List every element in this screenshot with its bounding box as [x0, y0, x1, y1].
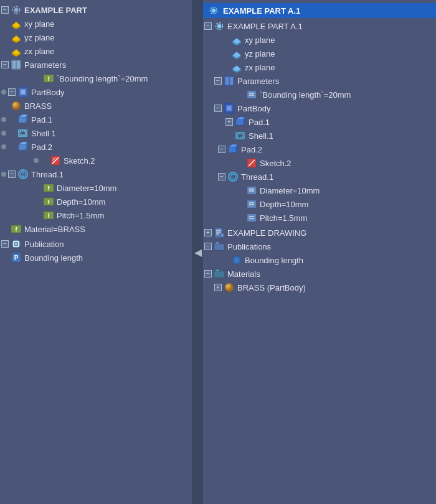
tree-item-material[interactable]: f Material=BRASS [0, 222, 192, 236]
tree-item-r-bounding[interactable]: `Bounding length`=20mm [203, 88, 436, 101]
svg-rect-10 [17, 61, 20, 68]
gear-icon [11, 4, 22, 16]
expander-r-pad1[interactable]: + [225, 118, 233, 126]
partbody-label: PartBody [31, 88, 64, 97]
svg-point-0 [14, 8, 19, 12]
svg-rect-57 [247, 91, 256, 98]
tree-item-r-drawing[interactable]: + EXAMPLE DRAWING [203, 226, 436, 240]
tree-item-params[interactable]: − Parameters [0, 58, 192, 72]
expander-r-root[interactable]: − [204, 22, 212, 30]
tree-item-r-yz[interactable]: yz plane [203, 47, 436, 60]
pitch-icon: f [43, 210, 54, 221]
tree-item-depth[interactable]: f Depth=10mm [0, 195, 192, 208]
tree-item-r-diameter[interactable]: Diameter=10mm [203, 184, 436, 197]
tree-item-r-partbody[interactable]: − PartBody [203, 101, 436, 115]
r-pub-item-icon [231, 254, 242, 266]
pad1-icon [17, 114, 29, 125]
yz-plane-label: yz plane [24, 33, 54, 42]
sketch2-icon [50, 155, 61, 166]
param-value-icon: f [43, 73, 54, 84]
tree-item-diameter[interactable]: f Diameter=10mm [0, 181, 192, 195]
tree-item-r-pad1[interactable]: + Pad.1 [203, 115, 436, 129]
svg-text:P: P [14, 254, 19, 261]
tree-item-r-shell1[interactable]: Shell.1 [203, 129, 436, 142]
tree-item-r-brass-part[interactable]: + BRASS (PartBody) [203, 281, 436, 294]
tree-item-pad1[interactable]: Pad.1 [0, 113, 192, 126]
tree-item-bounding-pub[interactable]: P Bounding length [0, 251, 192, 264]
tree-item-pitch[interactable]: f Pitch=1.5mm [0, 208, 192, 222]
expander-r-pad2[interactable]: − [218, 146, 225, 153]
expander-partbody[interactable]: − [8, 88, 16, 96]
r-params-label: Parameters [237, 77, 279, 86]
expander-thread1[interactable]: − [8, 170, 16, 178]
tree-item-r-sketch2[interactable]: Sketch.2 [203, 156, 436, 170]
partbody-dot [1, 90, 6, 95]
r-materials-label: Materials [227, 269, 260, 279]
r-shell1-label: Shell.1 [249, 131, 273, 141]
expander-r-partbody[interactable]: − [214, 105, 222, 112]
svg-rect-63 [236, 119, 244, 125]
tree-item-publication[interactable]: − Publication [0, 237, 192, 251]
svg-point-44 [212, 9, 216, 13]
tree-item-thread1[interactable]: − Thread.1 [0, 167, 192, 181]
tree-item-xy[interactable]: xy plane [0, 17, 192, 30]
tree-item-pad2[interactable]: Pad.2 [0, 140, 192, 154]
tree-item-partbody[interactable]: − PartBody [0, 85, 192, 99]
tree-item-r-params[interactable]: − Parameters [203, 74, 436, 88]
expander-root[interactable]: − [1, 6, 9, 14]
expander-r-params[interactable]: − [214, 77, 222, 85]
material-label: Material=BRASS [24, 225, 85, 234]
expander-r-drawing[interactable]: + [204, 229, 212, 236]
bounding-label: `Bounding length`=20mm [57, 74, 148, 83]
tree-item-r-bounding-pub[interactable]: Bounding length [203, 253, 436, 267]
panel-divider[interactable]: ◀ [193, 0, 203, 504]
expander-r-publications[interactable]: − [204, 243, 212, 250]
svg-rect-67 [237, 134, 243, 138]
tree-item-shell1[interactable]: Shell 1 [0, 126, 192, 140]
tree-item-zx[interactable]: zx plane [0, 44, 192, 58]
tree-item-r-xy[interactable]: xy plane [203, 33, 436, 47]
expander-params[interactable]: − [1, 61, 9, 68]
params-label: Parameters [24, 60, 66, 70]
tree-item-r-zx[interactable]: zx plane [203, 60, 436, 74]
r-pad1-icon [235, 116, 246, 128]
r-param-value-icon [246, 89, 257, 100]
r-bounding-label: `Bounding length`=20mm [260, 90, 351, 100]
pad1-label: Pad.1 [31, 115, 52, 124]
expander-r-brass-part[interactable]: + [214, 284, 222, 291]
tree-item-r-pad2[interactable]: − Pad.2 [203, 142, 436, 156]
r-gear-icon [214, 21, 225, 32]
expander-r-thread1[interactable]: − [218, 173, 225, 180]
tree-item-r-publications[interactable]: − Publications [203, 240, 436, 253]
collapse-arrow: ◀ [194, 246, 202, 258]
tree-item-r-depth[interactable]: Depth=10mm [203, 197, 436, 211]
params-icon [11, 59, 22, 70]
tree-item-brass[interactable]: BRASS [0, 99, 192, 113]
expander-publication[interactable]: − [1, 240, 9, 248]
pitch-label: Pitch=1.5mm [57, 211, 104, 220]
diameter-label: Diameter=10mm [57, 184, 116, 193]
zx-plane-icon [11, 45, 22, 57]
right-panel-header: EXAMPLE PART A.1 [203, 3, 436, 18]
expander-r-materials[interactable]: − [204, 270, 212, 278]
publication-icon [11, 238, 22, 250]
r-partbody-label: PartBody [237, 104, 270, 113]
tree-item-root[interactable]: − EXAMPLE PART [0, 3, 192, 17]
svg-point-91 [225, 283, 234, 292]
shell1-icon [17, 128, 29, 139]
r-sketch2-icon [246, 157, 257, 169]
sketch2-label: Sketch.2 [64, 156, 95, 166]
tree-item-r-thread1[interactable]: − Thread.1 [203, 170, 436, 184]
tree-item-r-pitch[interactable]: Pitch=1.5mm [203, 211, 436, 225]
pad2-icon [17, 141, 29, 152]
tree-item-sketch2[interactable]: Sketch.2 [0, 154, 192, 167]
svg-point-39 [12, 240, 21, 248]
tree-item-bounding[interactable]: f `Bounding length`=20mm [0, 72, 192, 85]
tree-item-r-materials[interactable]: − Materials [203, 267, 436, 281]
brass-label: BRASS [24, 101, 52, 111]
svg-rect-78 [247, 200, 256, 208]
tree-item-r-root[interactable]: − EXAMPLE PART A.1 [203, 19, 436, 33]
tree-item-yz[interactable]: yz plane [0, 30, 192, 44]
r-params-icon [224, 75, 235, 86]
r-depth-icon [246, 198, 257, 210]
